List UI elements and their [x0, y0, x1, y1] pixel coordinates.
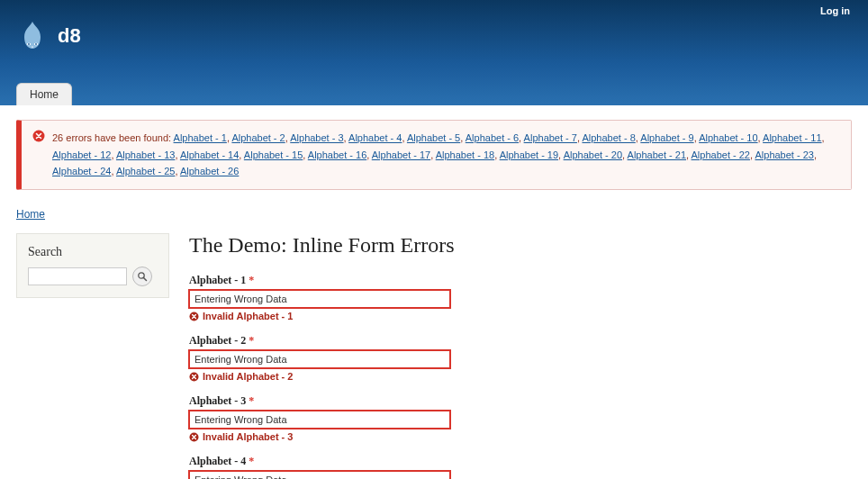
field-error: Invalid Alphabet - 1: [189, 311, 852, 321]
error-summary-link[interactable]: Alphabet - 15: [244, 149, 303, 160]
breadcrumb: Home: [16, 208, 852, 221]
error-icon: [189, 312, 199, 321]
required-marker: *: [249, 334, 254, 347]
sidebar-search: Search: [16, 233, 169, 298]
error-summary-link[interactable]: Alphabet - 26: [180, 166, 239, 176]
form-field: Alphabet - 2 *Invalid Alphabet - 2: [189, 334, 852, 382]
form-field: Alphabet - 3 *Invalid Alphabet - 3: [189, 394, 852, 442]
error-summary-link[interactable]: Alphabet - 12: [52, 149, 111, 160]
error-summary-link[interactable]: Alphabet - 13: [116, 149, 175, 160]
alphabet-input[interactable]: [189, 350, 450, 368]
field-label: Alphabet - 2 *: [189, 334, 254, 348]
required-marker: *: [249, 455, 254, 467]
required-marker: *: [249, 394, 254, 407]
breadcrumb-home[interactable]: Home: [16, 208, 45, 221]
error-summary-link[interactable]: Alphabet - 14: [180, 149, 239, 160]
field-error: Invalid Alphabet - 2: [189, 371, 852, 382]
search-input[interactable]: [28, 267, 127, 285]
search-icon: [137, 271, 148, 282]
error-icon: [189, 372, 199, 382]
error-summary-link[interactable]: Alphabet - 10: [699, 132, 757, 143]
svg-point-4: [32, 47, 33, 48]
error-summary-link[interactable]: Alphabet - 19: [500, 149, 558, 160]
field-label: Alphabet - 1 *: [189, 274, 254, 287]
error-icon: [189, 432, 199, 442]
error-summary-link[interactable]: Alphabet - 9: [640, 132, 693, 143]
search-label: Search: [28, 245, 158, 259]
error-summary-link[interactable]: Alphabet - 24: [52, 166, 111, 176]
error-summary-link[interactable]: Alphabet - 22: [692, 149, 750, 160]
field-error-text: Invalid Alphabet - 2: [203, 371, 293, 382]
form-field: Alphabet - 4 *Invalid Alphabet - 4: [189, 455, 852, 479]
error-summary-link[interactable]: Alphabet - 23: [755, 149, 813, 160]
alphabet-input[interactable]: [189, 290, 450, 308]
error-summary-link[interactable]: Alphabet - 25: [116, 166, 175, 176]
error-summary-link[interactable]: Alphabet - 16: [308, 149, 366, 160]
site-header: Log in d8 Home: [0, 0, 868, 105]
error-summary-link[interactable]: Alphabet - 18: [436, 149, 494, 160]
error-summary-link[interactable]: Alphabet - 20: [564, 149, 622, 160]
error-summary-link[interactable]: Alphabet - 17: [372, 149, 430, 160]
error-summary-link[interactable]: Alphabet - 1: [174, 132, 227, 143]
error-summary-link[interactable]: Alphabet - 2: [231, 132, 285, 143]
error-summary-link[interactable]: Alphabet - 8: [582, 132, 635, 143]
svg-point-2: [28, 43, 30, 45]
required-marker: *: [249, 274, 254, 286]
error-summary-link[interactable]: Alphabet - 3: [290, 132, 343, 143]
field-error: Invalid Alphabet - 3: [189, 431, 852, 442]
error-summary: 26 errors have been found: Alphabet - 1,…: [16, 120, 852, 190]
alphabet-input[interactable]: [189, 471, 450, 479]
error-summary-link[interactable]: Alphabet - 11: [763, 132, 821, 143]
error-summary-link[interactable]: Alphabet - 5: [407, 132, 460, 143]
field-error-text: Invalid Alphabet - 3: [203, 431, 293, 442]
field-error-text: Invalid Alphabet - 1: [203, 311, 293, 321]
field-label: Alphabet - 4 *: [189, 455, 254, 468]
brand: d8: [16, 0, 852, 52]
tab-home[interactable]: Home: [16, 83, 72, 105]
main-content: The Demo: Inline Form Errors Alphabet - …: [189, 233, 852, 479]
svg-line-7: [144, 278, 147, 281]
error-summary-link[interactable]: Alphabet - 21: [628, 149, 686, 160]
error-icon: [32, 130, 45, 142]
alphabet-input[interactable]: [189, 411, 450, 429]
search-button[interactable]: [132, 267, 152, 286]
svg-point-3: [35, 43, 37, 45]
error-summary-link[interactable]: Alphabet - 6: [466, 132, 519, 143]
error-summary-intro: 26 errors have been found:: [52, 132, 171, 143]
error-summary-link[interactable]: Alphabet - 7: [524, 132, 577, 143]
form-field: Alphabet - 1 *Invalid Alphabet - 1: [189, 274, 852, 321]
site-name: d8: [58, 24, 81, 48]
error-summary-link[interactable]: Alphabet - 4: [348, 132, 402, 143]
drupal-logo-icon: [16, 20, 49, 52]
field-label: Alphabet - 3 *: [189, 394, 254, 408]
page-title: The Demo: Inline Form Errors: [189, 233, 852, 258]
